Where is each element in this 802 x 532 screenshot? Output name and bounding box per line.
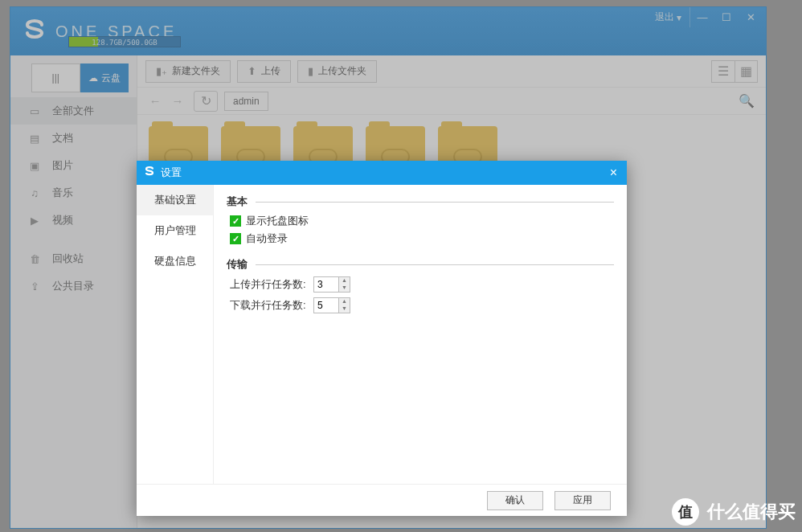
watermark-text: 什么值得买: [707, 500, 796, 524]
upload-concurrent-spinner[interactable]: ▲▼: [313, 276, 350, 293]
spinner-up-icon[interactable]: ▲: [339, 298, 350, 305]
dialog-body: 基础设置 用户管理 硬盘信息 基本 ✓ 显示托盘图标 ✓ 自动登录 传输 上传并…: [137, 185, 627, 484]
section-transfer-title: 传输: [227, 257, 614, 272]
checkbox-checked-icon: ✓: [230, 233, 241, 244]
dialog-content: 基本 ✓ 显示托盘图标 ✓ 自动登录 传输 上传并行任务数: ▲▼ 下载并行任务…: [214, 185, 627, 484]
section-basic-title: 基本: [227, 194, 614, 209]
dialog-close-button[interactable]: ×: [607, 166, 620, 180]
checkbox-label: 显示托盘图标: [246, 214, 309, 228]
checkbox-tray-row[interactable]: ✓ 显示托盘图标: [230, 214, 614, 228]
apply-button[interactable]: 应用: [554, 491, 611, 510]
watermark-badge: 值: [672, 498, 699, 526]
download-concurrent-label: 下载并行任务数:: [230, 298, 309, 313]
checkbox-autologin-row[interactable]: ✓ 自动登录: [230, 231, 614, 246]
dialog-nav: 基础设置 用户管理 硬盘信息: [137, 185, 214, 484]
dialog-titlebar: 设置 ×: [137, 161, 627, 185]
settings-dialog: 设置 × 基础设置 用户管理 硬盘信息 基本 ✓ 显示托盘图标 ✓ 自动登录 传…: [137, 161, 627, 516]
dialog-footer: 确认 应用: [137, 484, 627, 516]
checkbox-label: 自动登录: [246, 231, 288, 246]
download-concurrent-spinner[interactable]: ▲▼: [313, 297, 350, 313]
download-concurrent-input[interactable]: [313, 297, 339, 313]
ok-button[interactable]: 确认: [487, 491, 543, 510]
checkbox-checked-icon: ✓: [230, 215, 241, 227]
dialog-title: 设置: [161, 166, 182, 180]
watermark: 值 什么值得买: [672, 498, 796, 526]
spinner-down-icon[interactable]: ▼: [339, 284, 350, 292]
dialog-nav-basic[interactable]: 基础设置: [137, 185, 213, 215]
upload-concurrent-row: 上传并行任务数: ▲▼: [230, 276, 614, 293]
app-logo-icon: [143, 166, 156, 181]
upload-concurrent-label: 上传并行任务数:: [230, 277, 309, 292]
upload-concurrent-input[interactable]: [313, 276, 339, 293]
download-concurrent-row: 下载并行任务数: ▲▼: [230, 297, 614, 313]
dialog-nav-disk[interactable]: 硬盘信息: [137, 246, 213, 276]
spinner-up-icon[interactable]: ▲: [339, 277, 350, 284]
dialog-nav-users[interactable]: 用户管理: [137, 215, 213, 246]
spinner-down-icon[interactable]: ▼: [339, 305, 350, 313]
